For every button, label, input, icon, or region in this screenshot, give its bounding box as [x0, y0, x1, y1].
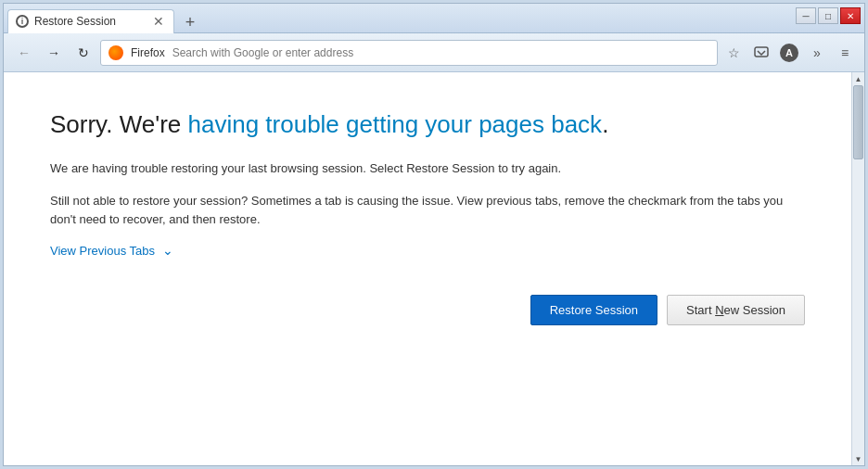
avatar: A [780, 44, 798, 62]
action-buttons: Restore Session Start New Session [50, 295, 805, 325]
content-wrapper: Sorry. We're having trouble getting your… [4, 72, 864, 465]
heading-highlight-text: having trouble getting your pages back [187, 110, 602, 138]
pocket-icon[interactable] [749, 41, 773, 65]
error-heading: Sorry. We're having trouble getting your… [50, 109, 805, 141]
heading-normal-text: Sorry. We're [50, 110, 187, 138]
address-input[interactable]: Search with Google or enter address [172, 46, 709, 59]
underline-n: N [715, 303, 723, 317]
account-icon[interactable]: A [777, 41, 801, 65]
tab-close-button[interactable]: ✕ [151, 14, 166, 29]
new-tab-button[interactable]: + [178, 13, 202, 33]
view-tabs-row: View Previous Tabs ⌄ [50, 243, 805, 258]
tab-bar: i Restore Session ✕ + [7, 4, 202, 33]
titlebar: i Restore Session ✕ + ─ □ ✕ [4, 4, 864, 33]
close-window-button[interactable]: ✕ [840, 7, 861, 24]
scroll-thumb[interactable] [853, 85, 863, 159]
scroll-track [852, 85, 864, 452]
back-button[interactable]: ← [11, 40, 37, 66]
view-previous-tabs-link[interactable]: View Previous Tabs [50, 244, 155, 258]
address-bar[interactable]: Firefox Search with Google or enter addr… [100, 40, 718, 66]
scroll-up-arrow[interactable]: ▲ [852, 72, 865, 85]
tab-icon: i [16, 15, 29, 28]
firefox-logo-icon [108, 45, 123, 60]
firefox-label: Firefox [131, 46, 165, 59]
active-tab[interactable]: i Restore Session ✕ [7, 9, 174, 33]
extensions-icon[interactable]: » [805, 41, 829, 65]
navigation-bar: ← → ↻ Firefox Search with Google or ente… [4, 33, 864, 72]
start-new-session-button[interactable]: Start New Session [667, 295, 805, 325]
paragraph-2: Still not able to restore your session? … [50, 192, 805, 231]
vertical-scrollbar[interactable]: ▲ ▼ [851, 72, 864, 465]
menu-icon[interactable]: ≡ [833, 41, 857, 65]
reload-button[interactable]: ↻ [70, 40, 96, 66]
tab-title: Restore Session [34, 15, 146, 28]
nav-icon-group: ☆ A » ≡ [721, 41, 857, 65]
minimize-button[interactable]: ─ [796, 7, 816, 24]
scroll-down-arrow[interactable]: ▼ [852, 452, 865, 465]
chevron-down-icon[interactable]: ⌄ [162, 243, 173, 258]
heading-end-text: . [602, 110, 608, 138]
bookmark-icon[interactable]: ☆ [721, 41, 746, 65]
forward-button[interactable]: → [41, 40, 67, 66]
paragraph-1: We are having trouble restoring your las… [50, 159, 805, 179]
restore-session-button[interactable]: Restore Session [530, 295, 657, 325]
window-controls: ─ □ ✕ [796, 4, 864, 24]
main-content: Sorry. We're having trouble getting your… [4, 72, 851, 465]
maximize-button[interactable]: □ [818, 7, 838, 24]
